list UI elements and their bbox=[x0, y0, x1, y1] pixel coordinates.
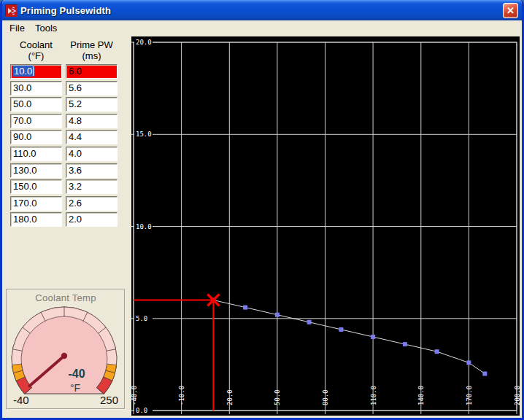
cell-prime-pw-row-8[interactable]: 2.6 bbox=[66, 196, 117, 211]
chart-series-line bbox=[213, 300, 485, 374]
svg-text:15.0: 15.0 bbox=[136, 131, 152, 138]
svg-text:-10.0: -10.0 bbox=[178, 386, 185, 405]
chart-marker-6[interactable] bbox=[403, 342, 407, 346]
cell-prime-pw-row-0[interactable]: 6.0 bbox=[66, 64, 117, 79]
cell-prime-pw-row-4[interactable]: 4.4 bbox=[66, 130, 117, 144]
menu-bar: File Tools bbox=[2, 20, 522, 36]
chart-area[interactable]: 0.05.010.015.020.0-40.0-10.020.050.080.0… bbox=[131, 36, 520, 416]
chart-marker-2[interactable] bbox=[275, 313, 280, 317]
chart-marker-4[interactable] bbox=[339, 327, 343, 332]
window-title: Priming Pulsewidth bbox=[20, 5, 111, 16]
text-caret bbox=[33, 66, 34, 76]
gauge-value: -40 bbox=[68, 368, 85, 380]
menu-tools[interactable]: Tools bbox=[31, 21, 63, 36]
cell-coolant-row-6[interactable]: 130.0 bbox=[10, 163, 62, 178]
svg-text:-40.0: -40.0 bbox=[131, 386, 138, 405]
cell-coolant-row-7[interactable]: 150.0 bbox=[10, 179, 62, 194]
svg-text:10.0: 10.0 bbox=[136, 223, 152, 230]
chart-marker-1[interactable] bbox=[243, 306, 247, 310]
cell-coolant-row-1[interactable]: 30.0 bbox=[10, 81, 62, 96]
app-icon bbox=[5, 4, 17, 16]
chart-marker-5[interactable] bbox=[371, 335, 375, 339]
cell-prime-pw-row-5[interactable]: 4.0 bbox=[66, 147, 117, 161]
chart-marker-8[interactable] bbox=[466, 360, 471, 365]
selected-cell-text: 10.0 bbox=[13, 66, 33, 77]
y-axis-labels: 0.05.010.015.020.0 bbox=[134, 39, 153, 414]
column-header-prime-pw: Prime PW (ms) bbox=[66, 39, 117, 61]
svg-text:5.0: 5.0 bbox=[136, 315, 147, 322]
cell-prime-pw-row-2[interactable]: 5.2 bbox=[66, 97, 117, 112]
svg-text:110.0: 110.0 bbox=[370, 386, 377, 405]
svg-text:20.0: 20.0 bbox=[226, 389, 234, 405]
menu-file[interactable]: File bbox=[5, 21, 31, 36]
cell-prime-pw-row-6[interactable]: 3.6 bbox=[66, 163, 117, 178]
close-button[interactable]: ✕ bbox=[503, 3, 518, 18]
cell-coolant-row-9[interactable]: 180.0 bbox=[10, 212, 62, 227]
svg-text:20.0: 20.0 bbox=[136, 39, 152, 46]
cell-coolant-row-0[interactable]: 10.0 bbox=[10, 64, 62, 79]
cell-coolant-row-4[interactable]: 90.0 bbox=[10, 130, 62, 144]
app-window: Priming Pulsewidth ✕ File Tools Coolant … bbox=[0, 0, 524, 420]
gauge-max-label: 250 bbox=[100, 394, 118, 406]
chart-grid bbox=[131, 42, 517, 414]
table-panel: Coolant (°F) Prime PW (ms) 10.06.030.05.… bbox=[2, 36, 131, 418]
svg-text:140.0: 140.0 bbox=[417, 386, 425, 405]
cell-coolant-row-8[interactable]: 170.0 bbox=[10, 196, 62, 211]
gauge-face bbox=[12, 307, 117, 394]
title-bar: Priming Pulsewidth ✕ bbox=[2, 0, 522, 20]
cell-coolant-row-2[interactable]: 50.0 bbox=[10, 97, 62, 112]
svg-text:170.0: 170.0 bbox=[466, 386, 473, 405]
cell-prime-pw-row-3[interactable]: 4.8 bbox=[66, 114, 117, 128]
svg-text:0.0: 0.0 bbox=[136, 407, 147, 414]
cell-prime-pw-row-9[interactable]: 2.0 bbox=[66, 212, 117, 227]
cell-coolant-row-5[interactable]: 110.0 bbox=[10, 147, 62, 161]
svg-text:200.0: 200.0 bbox=[514, 386, 520, 405]
gauge-min-label: -40 bbox=[13, 394, 29, 406]
svg-text:80.0: 80.0 bbox=[322, 389, 329, 405]
chart-marker-9[interactable] bbox=[482, 372, 487, 376]
chart-marker-7[interactable] bbox=[435, 349, 439, 354]
cell-prime-pw-row-7[interactable]: 3.2 bbox=[66, 179, 117, 194]
svg-text:50.0: 50.0 bbox=[274, 389, 281, 405]
prime-pw-chart[interactable]: 0.05.010.015.020.0-40.0-10.020.050.080.0… bbox=[131, 36, 520, 416]
gauge-title: Coolant Temp bbox=[7, 290, 124, 303]
cell-prime-pw-row-1[interactable]: 5.6 bbox=[66, 81, 117, 96]
coolant-gauge-panel: Coolant Temp -40°F-40250 bbox=[6, 289, 126, 410]
gauge-units: °F bbox=[70, 382, 80, 394]
chart-marker-3[interactable] bbox=[307, 320, 312, 324]
cell-coolant-row-3[interactable]: 70.0 bbox=[10, 114, 62, 128]
window-content: File Tools Coolant (°F) Prime PW (ms) 10… bbox=[2, 20, 522, 418]
coolant-temp-gauge: -40°F-40250 bbox=[7, 303, 124, 406]
column-header-coolant: Coolant (°F) bbox=[10, 39, 62, 61]
